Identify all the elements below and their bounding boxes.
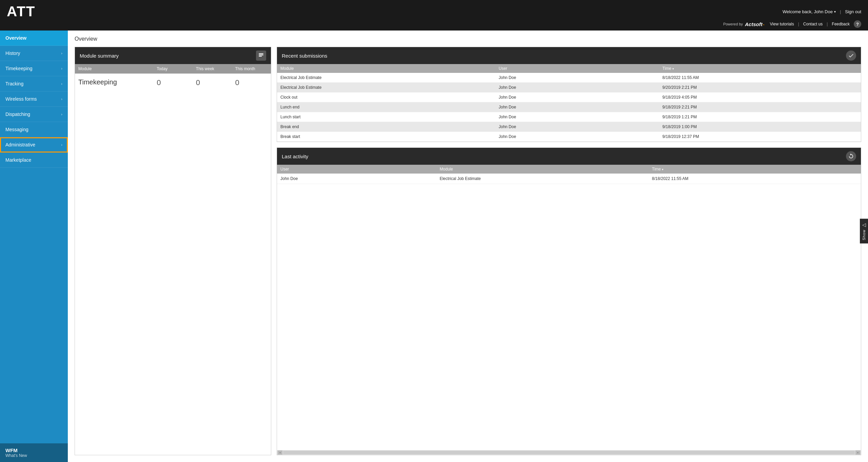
side-toggle[interactable]: ◁ Show <box>860 219 868 244</box>
la-module-1: Electrical Job Estimate <box>436 174 649 184</box>
main-content: Overview Module summary Module Today Thi… <box>68 31 868 462</box>
sidebar-item-wireless-forms[interactable]: Wireless forms › <box>0 92 68 107</box>
sort-icon[interactable]: ▾ <box>662 168 664 171</box>
last-activity-title: Last activity <box>282 154 308 159</box>
rs-row-1: Electrical Job Estimate John Doe 8/18/20… <box>277 73 861 83</box>
sign-out-link[interactable]: Sign out <box>845 9 861 14</box>
rs-time-2: 9/20/2019 2:21 PM <box>659 83 855 92</box>
row-this-month: 0 <box>232 74 271 92</box>
sort-icon[interactable]: ▾ <box>672 67 674 71</box>
scroll-right-btn[interactable]: › <box>855 450 860 455</box>
module-summary-col-headers: Module Today This week This month <box>75 64 271 74</box>
horizontal-scrollbar[interactable]: ‹ › <box>277 450 861 455</box>
header-bottom: Powered by Actsoft~ View tutorials | Con… <box>7 20 861 28</box>
module-summary-icon[interactable] <box>256 51 266 61</box>
view-tutorials-link[interactable]: View tutorials <box>770 22 794 26</box>
la-hscroll: ‹ › <box>277 450 861 455</box>
rs-time-4: 9/18/2019 2:21 PM <box>659 102 855 112</box>
sidebar-messaging-label: Messaging <box>5 127 28 132</box>
col-this-month: This month <box>232 64 271 74</box>
sidebar-item-administrative[interactable]: Administrative › <box>0 137 68 153</box>
sidebar-marketplace-label: Marketplace <box>5 157 31 163</box>
recent-submissions-table: Module User Time ▾ Electrical Job Estima… <box>277 64 861 142</box>
chevron-right-icon: › <box>61 143 62 147</box>
rs-row-5: Lunch start John Doe 9/18/2019 1:21 PM <box>277 112 861 122</box>
col-this-week: This week <box>193 64 232 74</box>
powered-by-text: Powered by <box>723 22 743 26</box>
sidebar-item-timekeeping[interactable]: Timekeeping › <box>0 61 68 76</box>
user-welcome[interactable]: Welcome back, John Doe ▾ <box>783 9 836 14</box>
scroll-track[interactable] <box>283 451 855 454</box>
rs-user-6: John Doe <box>495 122 659 132</box>
divider3: | <box>827 22 828 26</box>
toggle-label: Show <box>862 229 866 240</box>
module-summary-card: Module summary Module Today This week Th… <box>75 47 271 455</box>
rs-scroll-3 <box>855 93 861 102</box>
sidebar: Overview History › Timekeeping › Trackin… <box>0 31 68 462</box>
welcome-text: Welcome back, John Doe <box>783 9 833 14</box>
contact-us-link[interactable]: Contact us <box>803 22 823 26</box>
last-activity-card: Last activity User Module Time ▾ John Do… <box>277 147 861 455</box>
rs-module-6: Break end <box>277 122 495 132</box>
header: ATT Welcome back, John Doe ▾ | Sign out … <box>0 0 868 31</box>
rs-module-5: Lunch start <box>277 112 495 122</box>
rs-scrollbar-header <box>855 64 861 73</box>
wfm-label: WFM <box>5 447 62 453</box>
chevron-right-icon: › <box>61 97 62 101</box>
help-button[interactable]: ? <box>854 20 861 28</box>
sidebar-item-overview[interactable]: Overview <box>0 31 68 46</box>
rs-user-2: John Doe <box>495 83 659 92</box>
rs-module-3: Clock out <box>277 93 495 102</box>
divider: | <box>840 9 841 14</box>
last-activity-icon[interactable] <box>846 151 856 161</box>
rs-module-4: Lunch end <box>277 102 495 112</box>
last-activity-header: Last activity <box>277 148 861 165</box>
col-today: Today <box>153 64 193 74</box>
rs-time-3: 9/18/2019 4:05 PM <box>659 93 855 102</box>
chevron-right-icon: › <box>61 66 62 71</box>
rs-user-7: John Doe <box>495 132 659 141</box>
rs-col-user: User <box>495 64 659 73</box>
sidebar-item-marketplace[interactable]: Marketplace <box>0 153 68 168</box>
rs-row-3: Clock out John Doe 9/18/2019 4:05 PM <box>277 93 861 102</box>
rs-row-4: Lunch end John Doe 9/18/2019 2:21 PM <box>277 102 861 112</box>
sidebar-administrative-label: Administrative <box>5 142 35 147</box>
recent-submissions-icon[interactable] <box>846 51 856 61</box>
rs-scroll-5 <box>855 112 861 122</box>
sidebar-item-tracking[interactable]: Tracking › <box>0 76 68 92</box>
sidebar-dispatching-label: Dispatching <box>5 112 30 117</box>
scroll-left-btn[interactable]: ‹ <box>278 450 282 455</box>
user-dropdown-icon[interactable]: ▾ <box>834 10 836 14</box>
sidebar-timekeeping-label: Timekeeping <box>5 66 33 71</box>
sidebar-item-history[interactable]: History › <box>0 46 68 61</box>
rs-user-5: John Doe <box>495 112 659 122</box>
la-time-1: 8/18/2022 11:55 AM <box>649 174 861 184</box>
header-top: ATT Welcome back, John Doe ▾ | Sign out <box>7 3 861 20</box>
rs-scroll-4 <box>855 102 861 112</box>
divider2: | <box>798 22 799 26</box>
feedback-link[interactable]: Feedback <box>832 22 850 26</box>
svg-rect-0 <box>259 53 263 54</box>
header-links: View tutorials | Contact us | Feedback ? <box>770 20 861 28</box>
recent-submissions-title: Recent submissions <box>282 53 327 59</box>
rs-user-3: John Doe <box>495 93 659 102</box>
right-panels: Recent submissions Module User Time ▾ <box>277 47 861 455</box>
sidebar-wireless-forms-label: Wireless forms <box>5 96 37 102</box>
la-row-1: John Doe Electrical Job Estimate 8/18/20… <box>277 174 861 184</box>
sidebar-tracking-label: Tracking <box>5 81 23 86</box>
whats-new-label[interactable]: What's New <box>5 453 62 458</box>
module-summary-header: Module summary <box>75 47 271 64</box>
col-module: Module <box>75 64 153 74</box>
sidebar-item-messaging[interactable]: Messaging <box>0 122 68 137</box>
sidebar-item-dispatching[interactable]: Dispatching › <box>0 107 68 122</box>
svg-rect-1 <box>259 55 263 55</box>
rs-row-6: Break end John Doe 9/18/2019 1:00 PM <box>277 122 861 132</box>
rs-user-1: John Doe <box>495 73 659 82</box>
rs-col-time: Time ▾ <box>659 64 855 73</box>
la-col-headers: User Module Time ▾ <box>277 165 861 174</box>
rs-scroll-7 <box>855 132 861 141</box>
la-col-user: User <box>277 165 436 174</box>
rs-row-7: Break start John Doe 9/18/2019 12:37 PM <box>277 132 861 142</box>
module-summary-title: Module summary <box>80 53 119 59</box>
sidebar-bottom: WFM What's New <box>0 443 68 462</box>
